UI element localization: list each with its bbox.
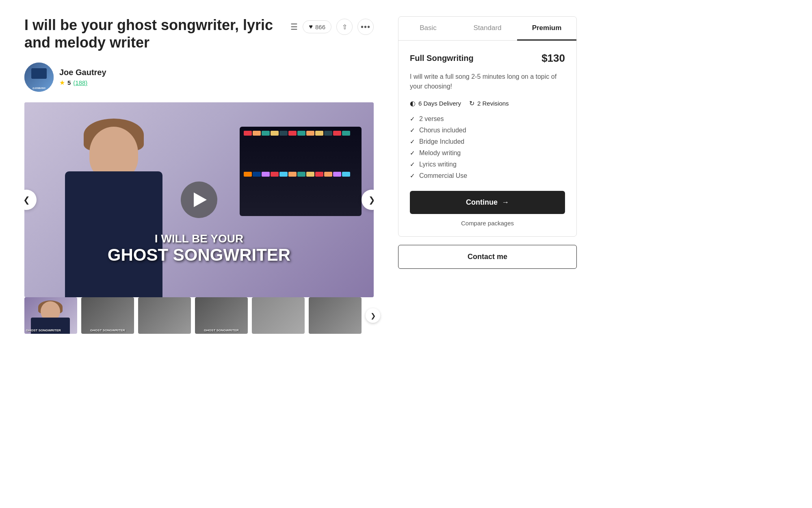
rating-score: 5 (67, 79, 71, 86)
feature-label-6: Commercial Use (419, 172, 467, 179)
like-count: 866 (315, 24, 325, 30)
hamburger-icon[interactable]: ☰ (290, 22, 298, 32)
package-price: $130 (541, 52, 565, 65)
check-icon-5: ✓ (410, 161, 415, 168)
thumbnail-1[interactable]: GHOST SONGWRITER (24, 297, 77, 334)
share-icon: ⇧ (342, 23, 347, 31)
media-container: I WILL BE YOUR GHOST SONGWRITER ❮ ❯ (24, 102, 374, 334)
thumbnails: GHOST SONGWRITER GHOST SONGWRITER GHOST … (24, 297, 374, 334)
chevron-right-icon: ❯ (368, 195, 374, 205)
feature-4: ✓ Melody writing (410, 149, 565, 157)
tab-standard[interactable]: Standard (458, 17, 517, 41)
thumbnail-6[interactable] (309, 297, 362, 334)
continue-button[interactable]: Continue → (410, 191, 565, 214)
chevron-left-icon: ❮ (24, 195, 30, 205)
clock-icon: ◐ (410, 99, 416, 107)
thumbnail-2[interactable]: GHOST SONGWRITER (81, 297, 134, 334)
check-icon-4: ✓ (410, 149, 415, 157)
video-text-overlay: I WILL BE YOUR GHOST SONGWRITER (108, 232, 290, 265)
delivery-meta: ◐ 6 Days Delivery (410, 99, 461, 107)
overlay-line2: GHOST SONGWRITER (108, 245, 290, 265)
thumb-label-1: GHOST SONGWRITER (26, 329, 61, 332)
thumbnails-next-button[interactable]: ❯ (366, 308, 380, 323)
gig-title: I will be your ghost songwriter, lyric a… (24, 16, 281, 51)
person-silhouette (49, 119, 179, 297)
tab-premium[interactable]: Premium (517, 17, 576, 41)
package-meta: ◐ 6 Days Delivery ↻ 2 Revisions (410, 99, 565, 107)
revisions-label: 2 Revisions (477, 100, 509, 107)
arrow-right-icon: → (502, 198, 509, 207)
compare-packages-link[interactable]: Compare packages (410, 220, 565, 227)
check-icon-2: ✓ (410, 127, 415, 134)
thumbnail-5[interactable] (252, 297, 305, 334)
top-bar: I will be your ghost songwriter, lyric a… (24, 16, 374, 51)
package-name: Full Songwriting (410, 54, 474, 63)
package-panel: Basic Standard Premium Full Songwriting … (398, 16, 577, 237)
overlay-line1: I WILL BE YOUR (108, 232, 290, 245)
seller-name[interactable]: Joe Gautrey (59, 68, 106, 77)
play-icon (194, 192, 207, 207)
feature-2: ✓ Chorus included (410, 127, 565, 134)
feature-label-3: Bridge Included (419, 138, 464, 145)
seller-rating: ★ 5 (188) (59, 79, 106, 86)
feature-label-5: Lyrics writing (419, 161, 457, 168)
avatar[interactable]: @JOMUSIC (24, 63, 54, 92)
seller-info: @JOMUSIC Joe Gautrey ★ 5 (188) (24, 63, 374, 92)
package-description: I will write a full song 2-5 minutes lon… (410, 72, 565, 91)
right-column: Basic Standard Premium Full Songwriting … (398, 16, 577, 340)
play-button[interactable] (181, 182, 217, 218)
feature-label-2: Chorus included (419, 127, 466, 134)
revisions-meta: ↻ 2 Revisions (469, 99, 509, 107)
package-header: Full Songwriting $130 (410, 52, 565, 65)
feature-1: ✓ 2 verses (410, 115, 565, 123)
share-button[interactable]: ⇧ (336, 19, 353, 35)
seller-details: Joe Gautrey ★ 5 (188) (59, 68, 106, 86)
package-tabs: Basic Standard Premium (398, 17, 576, 41)
more-options-button[interactable]: ••• (357, 19, 374, 35)
heart-icon: ♥ (309, 23, 313, 30)
thumb-next-icon: ❯ (370, 312, 376, 320)
top-actions: ☰ ♥ 866 ⇧ ••• (290, 19, 374, 35)
star-icon: ★ (59, 79, 65, 86)
screen-content (240, 127, 362, 216)
feature-3: ✓ Bridge Included (410, 138, 565, 145)
contact-me-button[interactable]: Contact me (398, 245, 577, 269)
feature-label-1: 2 verses (419, 115, 444, 123)
package-body: Full Songwriting $130 I will write a ful… (398, 41, 576, 236)
continue-label: Continue (466, 198, 498, 207)
feature-label-4: Melody writing (419, 149, 461, 157)
check-icon-1: ✓ (410, 115, 415, 123)
like-button[interactable]: ♥ 866 (303, 20, 331, 33)
thumbnail-3[interactable] (138, 297, 191, 334)
thumbnail-4[interactable]: GHOST SONGWRITER (195, 297, 248, 334)
check-icon-3: ✓ (410, 138, 415, 145)
check-icon-6: ✓ (410, 172, 415, 179)
main-video: I WILL BE YOUR GHOST SONGWRITER ❮ ❯ (24, 102, 374, 297)
rating-count[interactable]: (188) (73, 79, 87, 86)
feature-5: ✓ Lyrics writing (410, 161, 565, 168)
more-icon: ••• (361, 22, 370, 32)
package-features: ✓ 2 verses ✓ Chorus included ✓ Bridge In… (410, 115, 565, 179)
thumb-label-2: GHOST SONGWRITER (90, 329, 125, 332)
delivery-label: 6 Days Delivery (418, 100, 461, 107)
bg-computer (240, 127, 362, 216)
thumb-label-4: GHOST SONGWRITER (204, 329, 239, 332)
tab-basic[interactable]: Basic (398, 17, 458, 41)
feature-6: ✓ Commercial Use (410, 172, 565, 179)
refresh-icon: ↻ (469, 99, 474, 107)
